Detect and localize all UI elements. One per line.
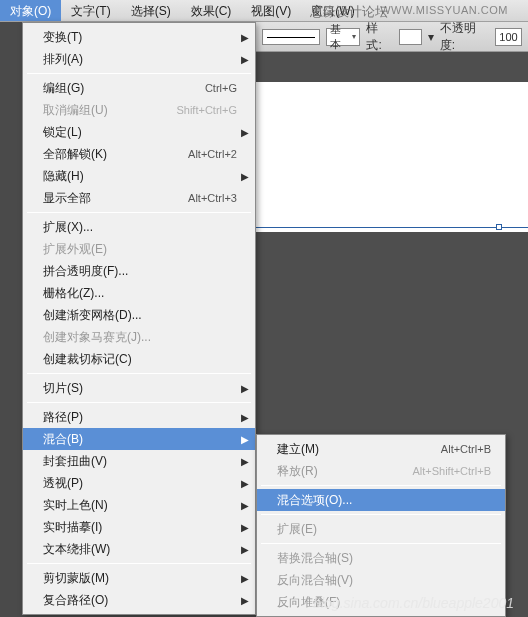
blend-submenu: 建立(M)Alt+Ctrl+B释放(R)Alt+Shift+Ctrl+B混合选项… [256, 434, 506, 617]
menu-item-label: 实时描摹(I) [43, 519, 237, 536]
submenu-item: 替换混合轴(S) [257, 547, 505, 569]
menu-item[interactable]: 编组(G)Ctrl+G [23, 77, 255, 99]
separator [27, 73, 251, 74]
separator [27, 402, 251, 403]
menu-item-label: 实时上色(N) [43, 497, 237, 514]
submenu-item: 反向混合轴(V) [257, 569, 505, 591]
menu-item[interactable]: 封套扭曲(V)▶ [23, 450, 255, 472]
chevron-down-icon: ▾ [428, 30, 434, 44]
watermark-top: WWW.MISSYUAN.COM [380, 4, 508, 16]
menu-item[interactable]: 文本绕排(W)▶ [23, 538, 255, 560]
menu-item-label: 拼合透明度(F)... [43, 263, 237, 280]
chevron-down-icon: ▾ [352, 32, 356, 41]
menu-item-label: 显示全部 [43, 190, 178, 207]
menu-item-label: 剪切蒙版(M) [43, 570, 237, 587]
submenu-arrow-icon: ▶ [241, 595, 249, 606]
separator [27, 563, 251, 564]
path-segment[interactable] [256, 227, 528, 228]
menu-item[interactable]: 创建裁切标记(C) [23, 348, 255, 370]
stroke-preview[interactable] [262, 29, 320, 45]
separator [27, 212, 251, 213]
submenu-arrow-icon: ▶ [241, 32, 249, 43]
menu-item-label: 路径(P) [43, 409, 237, 426]
shortcut: Shift+Ctrl+G [176, 104, 237, 116]
menu-item-label: 文本绕排(W) [43, 541, 237, 558]
menu-item-label: 切片(S) [43, 380, 237, 397]
shortcut: Alt+Ctrl+3 [188, 192, 237, 204]
separator [261, 485, 501, 486]
menu-item[interactable]: 全部解锁(K)Alt+Ctrl+2 [23, 143, 255, 165]
submenu-item: 释放(R)Alt+Shift+Ctrl+B [257, 460, 505, 482]
opacity-label: 不透明度: [440, 20, 489, 54]
menu-item[interactable]: 实时描摹(I)▶ [23, 516, 255, 538]
menu-item-label: 封套扭曲(V) [43, 453, 237, 470]
menu-item-label: 取消编组(U) [43, 102, 166, 119]
anchor-point[interactable] [496, 224, 502, 230]
options-toolbar: 基本▾ 样式: ▾ 不透明度: 100 [256, 22, 528, 52]
menu-item: 取消编组(U)Shift+Ctrl+G [23, 99, 255, 121]
submenu-arrow-icon: ▶ [241, 383, 249, 394]
submenu-item[interactable]: 混合选项(O)... [257, 489, 505, 511]
menu-item[interactable]: 切片(S)▶ [23, 377, 255, 399]
menu-item-label: 创建裁切标记(C) [43, 351, 237, 368]
menu-item[interactable]: 隐藏(H)▶ [23, 165, 255, 187]
shortcut: Ctrl+G [205, 82, 237, 94]
menu-item-label: 创建渐变网格(D)... [43, 307, 237, 324]
submenu-arrow-icon: ▶ [241, 434, 249, 445]
menu-item-label: 复合路径(O) [43, 592, 237, 609]
menu-item-label: 创建对象马赛克(J)... [43, 329, 237, 346]
menu-item[interactable]: 实时上色(N)▶ [23, 494, 255, 516]
menu-item-label: 混合(B) [43, 431, 237, 448]
menu-item-label: 全部解锁(K) [43, 146, 178, 163]
menu-item: 扩展外观(E) [23, 238, 255, 260]
opacity-input[interactable]: 100 [495, 28, 522, 46]
submenu-arrow-icon: ▶ [241, 500, 249, 511]
menu-item[interactable]: 扩展(X)... [23, 216, 255, 238]
menu-item-label: 混合选项(O)... [277, 492, 491, 509]
submenu-arrow-icon: ▶ [241, 573, 249, 584]
menu-item[interactable]: 显示全部Alt+Ctrl+3 [23, 187, 255, 209]
shortcut: Alt+Shift+Ctrl+B [412, 465, 491, 477]
watermark-bottom: blog.sina.com.cn/blueapple2001 [313, 595, 514, 611]
style-label: 样式: [366, 20, 392, 54]
menu-effect[interactable]: 效果(C) [181, 0, 242, 21]
menu-item-label: 锁定(L) [43, 124, 237, 141]
style-swatch[interactable] [399, 29, 422, 45]
menu-object[interactable]: 对象(O) [0, 0, 61, 21]
forum-title: 思缘设计论坛 [310, 3, 388, 21]
menu-item[interactable]: 路径(P)▶ [23, 406, 255, 428]
menu-item-label: 扩展(X)... [43, 219, 237, 236]
menu-select[interactable]: 选择(S) [121, 0, 181, 21]
menu-item[interactable]: 混合(B)▶ [23, 428, 255, 450]
menu-item-label: 透视(P) [43, 475, 237, 492]
menu-item-label: 隐藏(H) [43, 168, 237, 185]
menu-item-label: 变换(T) [43, 29, 237, 46]
artboard[interactable] [256, 82, 528, 232]
menu-view[interactable]: 视图(V) [241, 0, 301, 21]
object-menu-dropdown: 变换(T)▶排列(A)▶编组(G)Ctrl+G取消编组(U)Shift+Ctrl… [22, 22, 256, 615]
submenu-arrow-icon: ▶ [241, 544, 249, 555]
submenu-item[interactable]: 建立(M)Alt+Ctrl+B [257, 438, 505, 460]
profile-dropdown[interactable]: 基本▾ [326, 28, 361, 46]
submenu-item: 扩展(E) [257, 518, 505, 540]
menu-item[interactable]: 剪切蒙版(M)▶ [23, 567, 255, 589]
menu-item[interactable]: 复合路径(O)▶ [23, 589, 255, 611]
submenu-arrow-icon: ▶ [241, 54, 249, 65]
menu-item[interactable]: 变换(T)▶ [23, 26, 255, 48]
menu-item[interactable]: 排列(A)▶ [23, 48, 255, 70]
menu-item[interactable]: 锁定(L)▶ [23, 121, 255, 143]
menu-item[interactable]: 创建渐变网格(D)... [23, 304, 255, 326]
menu-item-label: 建立(M) [277, 441, 431, 458]
menu-text[interactable]: 文字(T) [61, 0, 120, 21]
menu-item[interactable]: 栅格化(Z)... [23, 282, 255, 304]
submenu-arrow-icon: ▶ [241, 456, 249, 467]
menu-item-label: 扩展外观(E) [43, 241, 237, 258]
menu-item[interactable]: 透视(P)▶ [23, 472, 255, 494]
menu-item-label: 编组(G) [43, 80, 195, 97]
separator [261, 543, 501, 544]
submenu-arrow-icon: ▶ [241, 522, 249, 533]
menu-item: 创建对象马赛克(J)... [23, 326, 255, 348]
separator [261, 514, 501, 515]
menu-item[interactable]: 拼合透明度(F)... [23, 260, 255, 282]
menu-item-label: 反向混合轴(V) [277, 572, 491, 589]
